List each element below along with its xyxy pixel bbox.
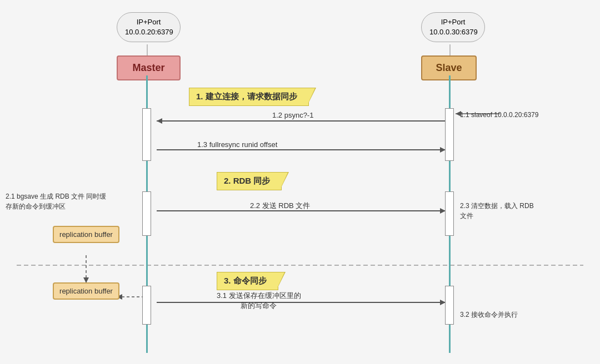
note-slaveof: 1.1 slaveof 10.0.0.20:6379 [460,110,571,120]
section1-label: 1. 建立连接，请求数据同步 [196,92,297,101]
slave-activation-1 [445,108,454,161]
master-callout-line2: 10.0.0.20:6379 [125,28,173,36]
slave-callout-line2: 10.0.0.30:6379 [429,28,478,36]
msg-commands-label: 3.1 发送保存在缓冲区里的新的写命令 [217,291,301,311]
master-node: Master [117,55,181,80]
slave-activation-3 [445,286,454,325]
replication-buffer-1: replication buffer [53,226,119,243]
msg-fullresync-label: 1.3 fullresync runid offset [197,140,277,149]
master-activation-3 [142,286,151,325]
section3-label: 3. 命令同步 [224,276,267,285]
master-activation-2 [142,191,151,236]
slave-label: Slave [436,62,462,73]
replication-buffer-2: replication buffer [53,282,119,300]
svg-marker-3 [157,118,162,124]
master-label: Master [132,62,164,73]
diagram: IP+Port 10.0.0.20:6379 IP+Port 10.0.0.30… [0,0,600,364]
master-activation-1 [142,108,151,161]
slave-callout-line1: IP+Port [441,18,466,26]
slave-callout: IP+Port 10.0.0.30:6379 [421,12,485,42]
section2-label: 2. RDB 同步 [224,176,270,185]
slave-activation-2 [445,191,454,236]
master-callout: IP+Port 10.0.0.20:6379 [117,12,181,42]
note-receive: 3.2 接收命令并执行 [460,310,571,320]
note-bgsave: 2.1 bgsave 生成 RDB 文件 同时缓存新的命令到缓冲区 [6,191,111,211]
msg-psync-label: 1.2 psync?-1 [272,111,313,119]
master-callout-line1: IP+Port [137,18,161,26]
msg-rdb-label: 2.2 发送 RDB 文件 [250,201,310,211]
note-clear-data: 2.3 清空数据，载入 RDB文件 [460,201,560,221]
